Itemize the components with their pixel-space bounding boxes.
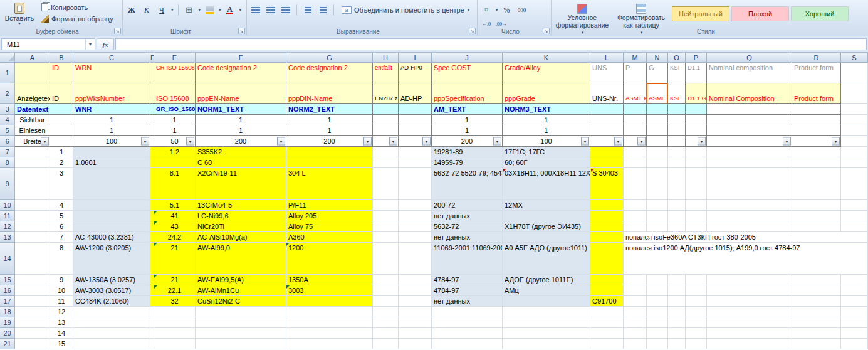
select-all-corner[interactable] — [0, 53, 15, 63]
cell-K11[interactable] — [503, 211, 590, 221]
cell-I19[interactable] — [399, 317, 432, 328]
col-header-E[interactable]: E — [154, 53, 196, 63]
cell-S7[interactable] — [841, 147, 868, 157]
cell-A18[interactable] — [15, 307, 50, 317]
cell-Q18[interactable] — [707, 307, 792, 317]
cell-M16[interactable] — [624, 285, 647, 296]
col-header-I[interactable]: I — [399, 53, 432, 63]
cell-A20[interactable] — [15, 328, 50, 339]
cell-Q19[interactable] — [707, 317, 792, 328]
row-header-11[interactable]: 11 — [0, 211, 15, 221]
cell-K18[interactable] — [503, 307, 590, 317]
cell-A8[interactable] — [15, 157, 50, 168]
cell-J10[interactable]: 200-72 — [432, 200, 503, 211]
cell-C20[interactable] — [73, 328, 150, 339]
filter-dropdown-button[interactable]: ▼ — [832, 137, 840, 146]
fill-color-dropdown-arrow[interactable]: ▾ — [219, 8, 221, 13]
cell-F19[interactable] — [196, 317, 286, 328]
cell-H4[interactable] — [373, 115, 399, 125]
cell-F10[interactable]: 13CrMo4-5 — [196, 200, 286, 211]
filter-dropdown-button[interactable]: ▼ — [614, 137, 622, 146]
cell-E12[interactable]: 43 — [154, 221, 196, 232]
row-header-19[interactable]: 19 — [0, 317, 15, 328]
cell-E10[interactable]: 5.1 — [154, 200, 196, 211]
cell-H14[interactable] — [373, 243, 399, 275]
cell-E18[interactable] — [154, 307, 196, 317]
cell-P4[interactable] — [686, 115, 707, 125]
cell-B3[interactable] — [50, 104, 73, 115]
cell-G21[interactable] — [286, 339, 373, 349]
row-header-14[interactable]: 14 — [0, 243, 15, 275]
cell-G4[interactable]: 1 — [286, 115, 373, 125]
cell-B2[interactable]: ID — [50, 83, 73, 104]
cell-A9[interactable] — [15, 168, 50, 200]
row-header-13[interactable]: 13 — [0, 232, 15, 243]
cell-N1[interactable]: G — [647, 63, 668, 83]
cell-C10[interactable] — [73, 200, 150, 211]
cell-C19[interactable] — [73, 317, 150, 328]
cell-J5[interactable]: 1 — [432, 125, 503, 136]
cell-style-good[interactable]: Хороший — [791, 6, 849, 21]
underline-dropdown-arrow[interactable]: ▾ — [171, 8, 174, 13]
row-header-21[interactable]: 21 — [0, 339, 15, 349]
row-header-10[interactable]: 10 — [0, 200, 15, 211]
cell-C6[interactable]: 100▼ — [73, 136, 150, 147]
cell-Q3[interactable] — [707, 104, 792, 115]
cell-H17[interactable] — [373, 296, 399, 307]
cell-B8[interactable]: 2 — [50, 157, 73, 168]
cell-A14[interactable] — [15, 243, 50, 275]
cell-R3[interactable] — [792, 104, 841, 115]
col-header-O[interactable]: O — [668, 53, 686, 63]
cell-K4[interactable]: 1 — [503, 115, 590, 125]
cell-H16[interactable] — [373, 285, 399, 296]
cell-M19[interactable] — [624, 317, 647, 328]
cell-O19[interactable] — [668, 317, 686, 328]
paste-button[interactable]: Вставить ▾ — [3, 1, 36, 26]
cell-K1[interactable]: Grade/Alloy — [503, 63, 590, 83]
row-header-1[interactable]: 1 — [0, 63, 15, 83]
cell-J3[interactable]: AM_TEXT — [432, 104, 503, 115]
cell-N4[interactable] — [647, 115, 668, 125]
cell-A15[interactable] — [15, 275, 50, 285]
cell-F21[interactable] — [196, 339, 286, 349]
cell-B13[interactable]: 7 — [50, 232, 73, 243]
cell-Q17[interactable] — [707, 296, 792, 307]
copy-button[interactable]: Копировать — [39, 2, 116, 13]
cell-Q16[interactable] — [707, 285, 792, 296]
cell-O11[interactable] — [668, 211, 686, 221]
cell-R9[interactable] — [792, 168, 841, 200]
cell-F6[interactable]: 200▼ — [196, 136, 286, 147]
cell-M20[interactable] — [624, 328, 647, 339]
cell-A16[interactable] — [15, 285, 50, 296]
cell-Q12[interactable] — [707, 221, 792, 232]
cell-M15[interactable] — [624, 275, 647, 285]
cell-B21[interactable]: 15 — [50, 339, 73, 349]
cell-G12[interactable]: Alloy 75 — [286, 221, 373, 232]
cell-B17[interactable]: 11 — [50, 296, 73, 307]
cell-J20[interactable] — [432, 328, 503, 339]
filter-dropdown-button[interactable]: ▼ — [277, 137, 285, 146]
cell-I20[interactable] — [399, 328, 432, 339]
cell-A13[interactable] — [15, 232, 50, 243]
cell-E7[interactable]: 1.2 — [154, 147, 196, 157]
cell-F5[interactable]: 1 — [196, 125, 286, 136]
cell-C3[interactable]: WNR — [73, 104, 150, 115]
cell-F12[interactable]: NiCr20Ti — [196, 221, 286, 232]
cell-N2[interactable]: ASME Group _no — [647, 83, 668, 104]
cell-N21[interactable] — [647, 339, 668, 349]
cell-I9[interactable] — [399, 168, 432, 200]
cell-N18[interactable] — [647, 307, 668, 317]
row-header-3[interactable]: 3 — [0, 104, 15, 115]
cell-I7[interactable] — [399, 147, 432, 157]
cell-G5[interactable]: 1 — [286, 125, 373, 136]
cell-L5[interactable] — [590, 125, 624, 136]
cell-Q6[interactable]: ▼ — [707, 136, 792, 147]
borders-button[interactable]: ⊞ — [183, 4, 196, 16]
cell-G11[interactable]: Alloy 205 — [286, 211, 373, 221]
cell-P18[interactable] — [686, 307, 707, 317]
cell-K13[interactable] — [503, 232, 590, 243]
cell-S10[interactable] — [841, 200, 868, 211]
filter-dropdown-button[interactable]: ▼ — [186, 137, 194, 146]
cell-E5[interactable]: 1 — [154, 125, 196, 136]
cell-B20[interactable]: 14 — [50, 328, 73, 339]
